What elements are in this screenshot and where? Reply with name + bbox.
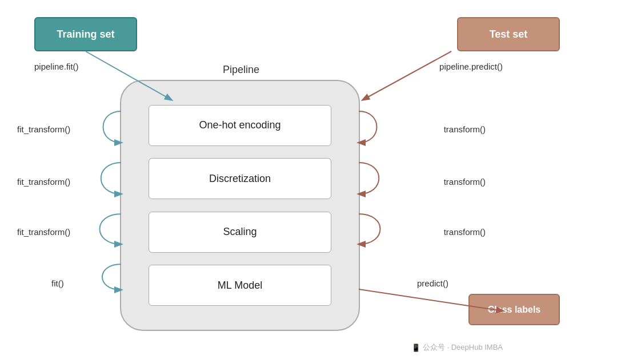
fit-transform-2-label: fit_transform() — [17, 177, 70, 187]
step-discretization: Discretization — [149, 158, 331, 199]
step-ml-model-label: ML Model — [218, 280, 262, 292]
pipeline-label: Pipeline — [223, 64, 259, 76]
pipeline-predict-label: pipeline.predict() — [439, 62, 503, 71]
fit-transform-1-label: fit_transform() — [17, 124, 70, 134]
class-labels-label: Class labels — [488, 305, 541, 315]
training-set-box: Training set — [34, 17, 137, 51]
watermark: 📱 公众号 · DeepHub IMBA — [411, 342, 503, 353]
step-discretization-label: Discretization — [209, 173, 271, 185]
watermark-text: 公众号 · DeepHub IMBA — [423, 342, 503, 353]
step-one-hot: One-hot encoding — [149, 105, 331, 146]
step-scaling: Scaling — [149, 212, 331, 253]
transform-1-label: transform() — [444, 124, 486, 134]
test-set-box: Test set — [457, 17, 560, 51]
predict-label: predict() — [417, 278, 448, 288]
pipeline-fit-label: pipeline.fit() — [34, 62, 79, 71]
step-ml-model: ML Model — [149, 265, 331, 306]
fit-label: fit() — [51, 278, 64, 288]
fit-transform-3-label: fit_transform() — [17, 227, 70, 237]
class-labels-box: Class labels — [468, 294, 560, 325]
watermark-icon: 📱 — [411, 343, 420, 352]
step-scaling-label: Scaling — [223, 226, 257, 238]
step-one-hot-label: One-hot encoding — [199, 119, 281, 131]
diagram-container: Training set Test set Class labels Pipel… — [0, 0, 617, 364]
test-set-label: Test set — [490, 29, 528, 41]
transform-2-label: transform() — [444, 177, 486, 187]
transform-3-label: transform() — [444, 227, 486, 237]
training-set-label: Training set — [57, 29, 114, 41]
svg-line-1 — [363, 51, 451, 100]
pipeline-container: One-hot encoding Discretization Scaling … — [120, 80, 360, 331]
